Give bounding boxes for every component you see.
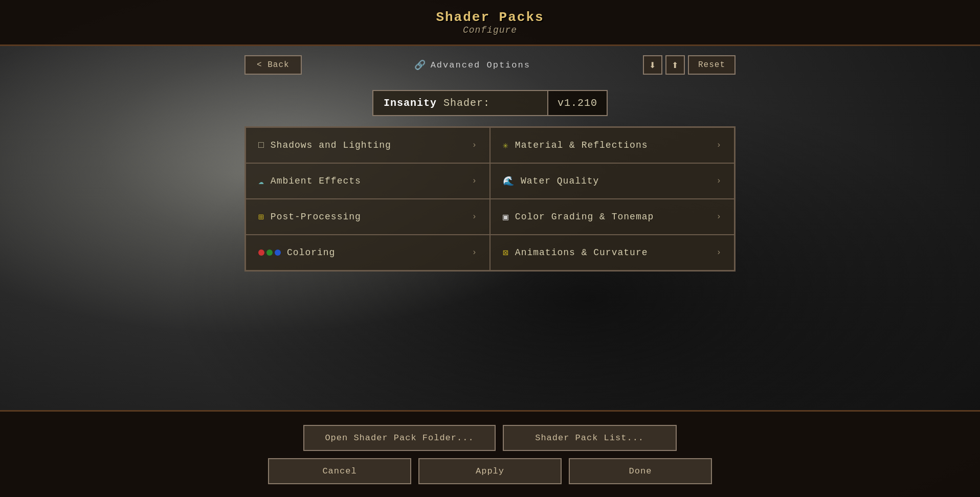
chevron-icon: ›: [472, 248, 477, 257]
material-label: Material & Reflections: [515, 140, 648, 150]
nav-center-label: 🔗 Advanced Options: [414, 59, 530, 71]
cancel-button[interactable]: Cancel: [268, 458, 411, 484]
ambient-label: Ambient Effects: [271, 176, 361, 186]
import-icon: ⬇: [649, 60, 656, 70]
water-icon: 🌊: [503, 175, 515, 187]
page-subtitle: Configure: [463, 25, 517, 35]
page-title: Shader Packs: [436, 10, 544, 25]
main-area: < Back 🔗 Advanced Options ⬇ ⬆ Reset Insa…: [0, 46, 980, 410]
chevron-icon: ›: [716, 248, 722, 257]
nav-bar: < Back 🔗 Advanced Options ⬇ ⬆ Reset: [244, 46, 736, 75]
menu-item-shadows-lighting[interactable]: □ Shadows and Lighting ›: [246, 127, 490, 163]
coloring-label: Coloring: [287, 247, 335, 258]
color-grading-label: Color Grading & Tonemap: [515, 212, 654, 222]
open-folder-button[interactable]: Open Shader Pack Folder...: [303, 425, 495, 451]
done-button[interactable]: Done: [569, 458, 712, 484]
material-icon: ✳: [503, 140, 509, 151]
dot-blue: [275, 250, 281, 256]
advanced-options-label: Advanced Options: [431, 60, 530, 70]
menu-item-water-quality[interactable]: 🌊 Water Quality ›: [490, 163, 734, 199]
chevron-icon: ›: [716, 141, 722, 150]
shader-name-suffix: Shader:: [443, 97, 490, 109]
bottom-bar: Open Shader Pack Folder... Shader Pack L…: [0, 410, 980, 497]
chevron-icon: ›: [472, 212, 477, 221]
coloring-icon: [258, 250, 281, 256]
dot-green: [266, 250, 273, 256]
shader-name-bold: Insanity: [384, 97, 437, 109]
shader-pack-list-button[interactable]: Shader Pack List...: [503, 425, 677, 451]
post-processing-icon: ⊞: [258, 211, 264, 222]
menu-item-animations-curvature[interactable]: ⊠ Animations & Curvature ›: [490, 235, 734, 270]
post-processing-label: Post-Processing: [271, 212, 361, 222]
apply-button[interactable]: Apply: [418, 458, 562, 484]
nav-right-controls: ⬇ ⬆ Reset: [643, 55, 736, 75]
link-icon: 🔗: [414, 59, 427, 71]
menu-item-post-processing[interactable]: ⊞ Post-Processing ›: [246, 199, 490, 235]
chevron-icon: ›: [716, 212, 722, 221]
menu-item-material-reflections[interactable]: ✳ Material & Reflections ›: [490, 127, 734, 163]
chevron-icon: ›: [472, 141, 477, 150]
shader-info-box: Insanity Shader: v1.210: [372, 90, 608, 116]
export-button[interactable]: ⬆: [665, 55, 685, 75]
dot-red: [258, 250, 264, 256]
export-icon: ⬆: [672, 60, 678, 70]
shadows-label: Shadows and Lighting: [271, 140, 391, 150]
animations-icon: ⊠: [503, 247, 509, 258]
menu-grid: □ Shadows and Lighting › ✳ Material & Re…: [244, 126, 736, 272]
reset-button[interactable]: Reset: [688, 55, 736, 75]
ambient-icon: ☁: [258, 175, 264, 187]
chevron-icon: ›: [472, 176, 477, 186]
bottom-row-2: Cancel Apply Done: [268, 458, 712, 484]
bottom-row-1: Open Shader Pack Folder... Shader Pack L…: [303, 425, 676, 451]
import-button[interactable]: ⬇: [643, 55, 662, 75]
menu-item-coloring[interactable]: Coloring ›: [246, 235, 490, 270]
animations-label: Animations & Curvature: [515, 247, 648, 258]
back-button[interactable]: < Back: [244, 55, 302, 75]
water-label: Water Quality: [521, 176, 599, 186]
shader-name: Insanity Shader:: [373, 91, 547, 115]
shader-version: v1.210: [547, 91, 607, 115]
menu-item-ambient-effects[interactable]: ☁ Ambient Effects ›: [246, 163, 490, 199]
shadows-icon: □: [258, 140, 264, 150]
menu-item-color-grading[interactable]: ▣ Color Grading & Tonemap ›: [490, 199, 734, 235]
chevron-icon: ›: [716, 176, 722, 186]
color-grading-icon: ▣: [503, 211, 509, 222]
top-bar: Shader Packs Configure: [0, 0, 980, 46]
